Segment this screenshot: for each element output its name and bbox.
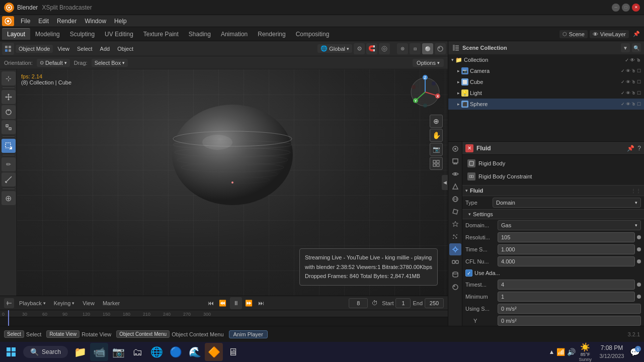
browser1-taskbar-icon[interactable]: 🌐 [147,343,166,361]
using-s-input[interactable]: 0 m/s² [498,304,641,314]
keying-menu[interactable]: Keying▾ [51,299,78,307]
blender-taskbar-icon[interactable]: 🔶 [205,343,223,361]
global-transform-btn[interactable]: 🌐Global▾ [317,44,352,53]
drag-btn[interactable]: Select Box ▾ [92,59,128,67]
tray-expand-btn[interactable]: ▲ [549,348,555,355]
timeline-editor-btn[interactable] [4,298,14,308]
minimum-dot[interactable] [637,295,641,299]
particles-props-icon[interactable] [449,231,461,243]
cfl-dot[interactable] [637,259,641,263]
sound-tray-icon[interactable]: 🔊 [567,348,576,356]
rigid-body-item[interactable]: Rigid Body [464,157,642,170]
quad-view-btn[interactable] [430,157,443,170]
physics-close-btn[interactable]: ✕ [465,144,473,152]
select-menu-btn[interactable]: Select [74,45,96,53]
view-menu-btn[interactable]: View [54,45,72,53]
outliner-filter-btn[interactable]: ▼ [621,43,630,52]
view-props-icon[interactable] [449,168,461,180]
transform-pivot-btn[interactable]: ⊙ [354,43,365,54]
scene-selector[interactable]: ⬡ Scene [559,30,588,38]
play-btn[interactable]: ⏸ [230,297,242,309]
viewlayer-selector[interactable]: 👁 ViewLayer [590,30,629,38]
shading-solid-btn[interactable] [422,43,433,54]
object-menu-btn[interactable]: Object [114,45,136,53]
collection-item[interactable]: ▾ 📁 Collection ✓ 👁 🖱 [448,54,644,65]
tab-animation[interactable]: Animation [216,29,253,40]
notification-btn[interactable]: 💬 1 [628,345,642,359]
timestep-input[interactable]: 4 [498,280,635,290]
orientation-btn[interactable]: ⊙ Default ▾ [37,59,70,67]
overlay-btn[interactable]: ⊛ [397,43,408,54]
tab-rendering[interactable]: Rendering [253,29,290,40]
add-object-tool[interactable]: ⊕ [2,191,16,205]
windows-start-btn[interactable] [2,343,20,361]
explorer-taskbar-icon[interactable]: 📁 [71,343,89,361]
data-props-icon[interactable] [449,268,461,281]
start-frame[interactable]: 1 [395,298,411,308]
cfl-input[interactable]: 4.000 [498,256,635,266]
view-menu[interactable]: View [79,299,98,307]
minimum-input[interactable]: 1 [498,292,635,302]
tab-uv-editing[interactable]: UV Editing [100,29,138,40]
zoom-in-btn[interactable]: ⊕ [430,115,443,128]
taskbar-search[interactable]: 🔍 Search [23,346,68,358]
jump-start-btn[interactable]: ⏮ [206,298,216,308]
menu-edit[interactable]: Edit [35,17,52,26]
domain-dropdown[interactable]: Gas ▾ [498,220,641,230]
proportional-btn[interactable] [379,43,390,54]
modifier-props-icon[interactable] [449,218,461,230]
rigid-body-constraint-item[interactable]: Rigid Body Constraint [464,170,642,183]
pan-btn[interactable]: ✋ [430,129,443,142]
tab-modeling[interactable]: Modeling [30,29,65,40]
use-ada-checkbox[interactable]: ✓ [465,269,472,277]
options-btn[interactable]: Options ▾ [413,59,444,67]
jump-end-btn[interactable]: ⏭ [256,298,266,308]
render-props-icon[interactable] [449,143,461,155]
constraints-props-icon[interactable] [449,256,461,268]
snap-btn[interactable]: 🧲 [366,43,377,54]
camera-view-btn[interactable]: 📷 [430,143,443,156]
physics-doc-btn[interactable]: ? [637,145,641,152]
annotate-tool[interactable]: ✏ [2,157,16,171]
resolution-keyframe-dot[interactable] [637,235,641,239]
files-taskbar-icon[interactable]: 🗂 [128,343,146,361]
3d-viewport[interactable]: fps: 2.14 (8) Collection | Cube [17,69,448,296]
tab-sculpting[interactable]: Sculpting [65,29,100,40]
tab-compositing[interactable]: Compositing [291,29,335,40]
time-scale-dot[interactable] [637,247,641,251]
window-controls[interactable]: ─ □ ✕ [612,4,640,12]
timeline-track[interactable]: 0306090120150180210240270300 [0,310,448,326]
shading-material-btn[interactable] [435,43,446,54]
fps-btn[interactable]: ⏱ [370,298,380,308]
xray-btn[interactable]: ⧈ [410,43,421,54]
fluid-section-header[interactable]: ▾ Fluid ⋮⋮ [462,185,644,196]
outliner-search-btn[interactable]: 🔍 [632,43,641,52]
scene-props-icon[interactable] [449,180,461,193]
xsplit-taskbar-icon[interactable]: 📹 [90,343,108,361]
time-scale-input[interactable]: 1.000 [498,244,635,254]
playback-menu[interactable]: Playback▾ [16,299,49,307]
settings-subheader[interactable]: ▾ Settings [462,209,644,219]
physics-props-icon[interactable] [449,243,461,255]
menu-file[interactable]: File [17,17,34,26]
material-props-icon[interactable] [449,281,461,293]
sphere-item[interactable]: ▸ ⬛ Sphere ✓ 👁 🖱 ☐ [448,99,644,110]
frame-counter[interactable]: 8 [349,298,368,308]
physics-pin-btn[interactable]: 📌 [627,145,634,152]
scene-pin-btn[interactable]: 📌 [631,30,642,38]
add-menu-btn[interactable]: Add [97,45,113,53]
edge-taskbar-icon[interactable]: 🌊 [186,343,204,361]
marker-menu[interactable]: Marker [100,299,123,307]
rotate-tool[interactable] [2,105,16,119]
resolution-input[interactable]: 105 [498,232,635,242]
maximize-btn[interactable]: □ [622,4,630,12]
browser2-taskbar-icon[interactable]: 🔵 [167,343,185,361]
select-box-tool[interactable] [2,139,16,153]
type-dropdown[interactable]: Domain ▾ [493,198,641,208]
tab-layout[interactable]: Layout [2,28,30,40]
menu-render[interactable]: Render [53,17,80,26]
close-btn[interactable]: ✕ [632,4,640,12]
measure-tool[interactable] [2,172,16,187]
anim-player-btn[interactable]: Anim Player [229,330,268,338]
output-props-icon[interactable] [449,155,461,167]
